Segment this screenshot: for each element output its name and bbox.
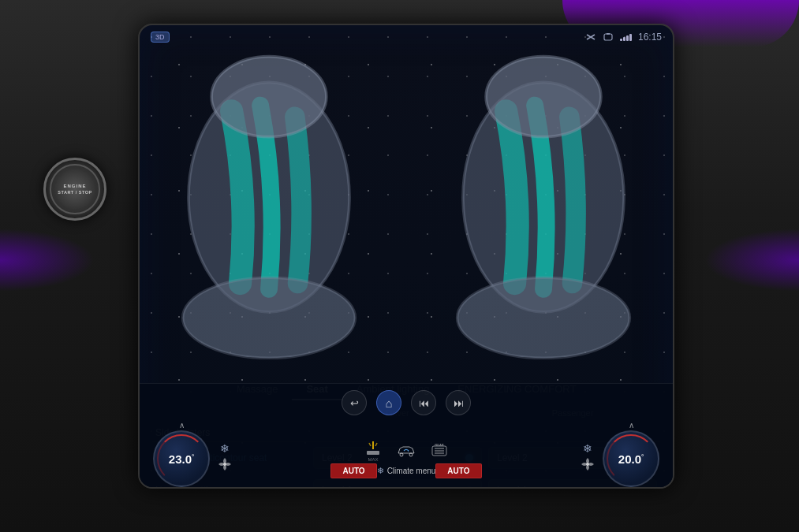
- climate-control-row: ∧ 23.0° ∨ ❄: [140, 419, 673, 489]
- ambient-light-left: [0, 229, 95, 292]
- svg-point-6: [486, 57, 601, 137]
- left-temp-dial[interactable]: 23.0°: [153, 430, 210, 487]
- right-fan-area: ❄: [580, 442, 596, 476]
- status-bar: 3D 16:15: [140, 25, 673, 46]
- climate-icons-row: MAX: [364, 440, 448, 462]
- svg-point-3: [211, 57, 327, 137]
- right-temperature-control: ∧ 20.0° ∨: [596, 420, 666, 489]
- max-heat-label: MAX: [368, 457, 378, 462]
- right-temp-down-button[interactable]: ∨: [629, 487, 634, 489]
- phone-icon: [603, 33, 614, 41]
- fan-svg-right: [580, 456, 596, 472]
- climate-menu-button[interactable]: ❄ Climate menu: [377, 466, 436, 476]
- max-heat-icon[interactable]: MAX: [364, 440, 382, 462]
- max-heat-svg: [364, 440, 382, 457]
- right-temp-value: 20.0°: [618, 452, 644, 466]
- svg-line-11: [369, 443, 371, 446]
- snowflake-menu-icon: ❄: [377, 466, 384, 476]
- home-button[interactable]: ⌂: [376, 390, 401, 415]
- main-screen: 3D 16:15: [138, 24, 674, 489]
- bluetooth-icon: [585, 33, 596, 41]
- left-temperature-control: ∧ 23.0° ∨: [146, 420, 217, 489]
- prev-track-button[interactable]: ⏮: [411, 390, 436, 415]
- ambient-light-right: [704, 229, 799, 292]
- next-track-button[interactable]: ⏭: [446, 390, 471, 415]
- svg-rect-0: [604, 34, 612, 40]
- nav-row: ↩ ⌂ ⏮ ⏭: [140, 384, 673, 419]
- left-auto-button[interactable]: AUTO: [330, 463, 376, 478]
- status-right: 16:15: [585, 32, 662, 43]
- seat-left-image: [140, 54, 398, 370]
- clock: 16:15: [638, 32, 662, 43]
- svg-point-14: [409, 453, 413, 456]
- right-fan-icon: [580, 456, 596, 476]
- left-snowflake-icon[interactable]: ❄: [220, 442, 230, 455]
- left-fan-icon: [217, 456, 233, 476]
- right-auto-button[interactable]: AUTO: [435, 463, 481, 478]
- rear-defrost-icon[interactable]: REAR: [431, 444, 448, 458]
- right-temp-dial[interactable]: 20.0°: [603, 430, 659, 487]
- car-ac-svg: [396, 444, 416, 458]
- svg-text:REAR: REAR: [435, 444, 443, 447]
- back-button[interactable]: ↩: [342, 390, 367, 415]
- screen-bottom-bar: ↩ ⌂ ⏮ ⏭ ∧ 23.0° ∨ ❄: [140, 383, 673, 487]
- left-fan-area: ❄: [217, 442, 233, 476]
- status-badge: 3D: [151, 32, 170, 43]
- auto-climate-row: AUTO ❄ Climate menu AUTO: [324, 463, 487, 478]
- svg-point-7: [457, 277, 630, 358]
- ac-recirculate-icon[interactable]: [396, 444, 416, 458]
- right-snowflake-icon[interactable]: ❄: [583, 442, 592, 455]
- svg-line-12: [375, 443, 377, 446]
- svg-rect-9: [367, 451, 379, 455]
- svg-point-13: [400, 453, 403, 456]
- left-temp-down-button[interactable]: ∨: [179, 487, 185, 489]
- signal-bars: [620, 33, 632, 41]
- left-temp-up-button[interactable]: ∧: [179, 420, 185, 430]
- right-temp-up-button[interactable]: ∧: [629, 420, 634, 430]
- seat-right-image: [414, 54, 673, 370]
- seat-visual-area: [140, 46, 673, 374]
- svg-point-4: [183, 277, 356, 358]
- center-climate-controls: MAX: [233, 440, 580, 478]
- rear-defrost-svg: REAR: [431, 444, 448, 458]
- left-temp-value: 23.0°: [169, 452, 194, 466]
- engine-start-stop-button[interactable]: ENGINE START / STOP: [43, 158, 106, 221]
- fan-svg-left: [217, 456, 233, 472]
